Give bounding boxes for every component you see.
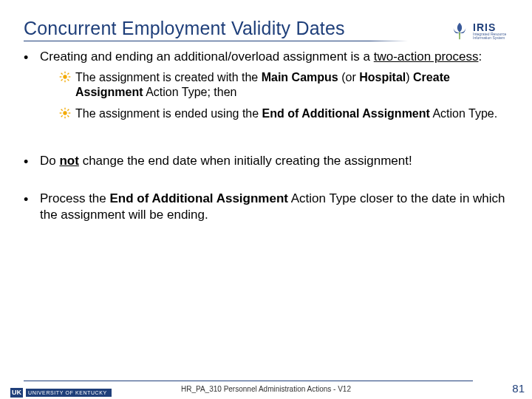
text-bold: Hospital [359,71,406,83]
slide: Concurrent Employment Validity Dates IRI… [0,0,532,223]
text-bold: End of Additional Assignment [110,191,288,205]
iris-tag2: Information System [473,36,506,40]
sub-bullet-2: The assignment is ended using the End of… [59,106,508,123]
sun-bullet-icon [59,106,75,123]
bullet-1-text: Creating and ending an additional/overlo… [40,49,508,66]
text-span: ) [406,71,413,83]
text-span: (or [338,71,359,83]
svg-rect-0 [459,32,460,39]
spacer [24,174,508,191]
svg-line-9 [67,72,69,74]
spacer [24,137,508,153]
text-bold: Main Campus [262,71,338,83]
sub-bullet-2-text: The assignment is ended using the End of… [75,106,508,123]
bullet-3-text: Process the End of Additional Assignment… [40,191,508,223]
bullet-1: • Creating and ending an additional/over… [24,49,508,66]
bullet-2: • Do not change the end date when initia… [24,153,508,170]
iris-text: IRIS Integrated Resource Information Sys… [473,22,506,40]
text-span: Action Type; then [143,86,237,98]
text-span: Creating and ending an additional/overlo… [40,50,374,64]
svg-line-6 [61,72,63,74]
text-span: Action Type. [430,107,497,120]
title-block: Concurrent Employment Validity Dates [24,18,408,41]
text-underline-bold: not [59,154,78,168]
svg-point-1 [63,75,66,78]
svg-line-16 [67,116,69,117]
text-span: The assignment is ended using the [75,107,262,120]
text-span: The assignment is created with the [75,71,262,83]
svg-line-8 [61,79,63,81]
footer-center: HR_PA_310 Personnel Administration Actio… [0,385,532,393]
text-span: change the end date when initially creat… [79,154,412,168]
sub-list-1: The assignment is created with the Main … [59,70,508,123]
bullet-dot-icon: • [24,49,40,66]
sun-bullet-icon [59,70,75,101]
sub-bullet-1: The assignment is created with the Main … [59,70,508,101]
slide-title: Concurrent Employment Validity Dates [24,18,408,39]
text-bold: End of Additional Assignment [262,107,430,120]
text-underline: two-action process [374,50,479,64]
title-underline [24,41,408,41]
page-number: 81 [512,382,525,395]
sub-bullet-1-text: The assignment is created with the Main … [75,70,508,101]
svg-line-15 [61,109,63,111]
iris-logo: IRIS Integrated Resource Information Sys… [449,18,508,44]
iris-name: IRIS [473,22,506,33]
bullet-3: • Process the End of Additional Assignme… [24,191,508,223]
bullet-dot-icon: • [24,153,40,170]
text-span: Do [40,154,59,168]
bullet-dot-icon: • [24,191,40,223]
bullet-2-text: Do not change the end date when initiall… [40,153,508,170]
text-span: : [478,50,482,64]
svg-point-10 [63,112,66,115]
svg-line-17 [61,116,63,117]
svg-line-7 [67,79,69,81]
title-row: Concurrent Employment Validity Dates IRI… [24,18,508,44]
content: • Creating and ending an additional/over… [24,49,508,223]
svg-line-18 [67,109,69,111]
iris-flower-icon [449,21,470,41]
text-span: Process the [40,191,110,205]
footer: UK UNIVERSITY OF KENTUCKY [0,369,532,399]
